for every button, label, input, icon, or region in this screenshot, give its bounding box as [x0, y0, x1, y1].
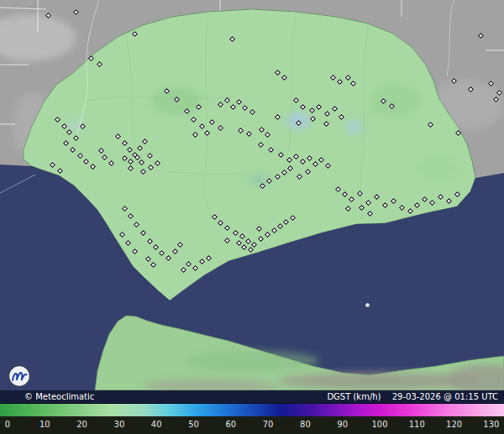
weather-map-screen: © Meteoclimatic DGST (km/h) 29-03-2026 @… — [0, 0, 504, 434]
copyright-label: © Meteoclimatic — [24, 390, 94, 403]
color-scale-ticks: 0102030405060708090100110120130 — [0, 416, 504, 434]
scale-tick-label: 70 — [263, 420, 274, 429]
scale-tick-label: 20 — [76, 420, 87, 429]
scale-tick-label: 120 — [446, 420, 462, 429]
datetime-label: 29-03-2026 @ 01:15 UTC — [392, 392, 498, 401]
scale-tick-label: 30 — [114, 420, 125, 429]
color-scale-gradient — [0, 403, 504, 416]
scale-tick-label: 0 — [5, 420, 10, 429]
meteoclimatic-logo — [8, 364, 31, 388]
scale-tick-label: 100 — [371, 420, 387, 429]
scale-tick-label: 10 — [39, 420, 50, 429]
scale-tick-label: 110 — [409, 420, 425, 429]
meteoclimatic-logo-icon — [8, 364, 31, 388]
scale-tick-label: 40 — [151, 420, 162, 429]
scale-tick-label: 50 — [188, 420, 199, 429]
variable-label: DGST (km/h) — [327, 392, 381, 401]
info-bar: © Meteoclimatic DGST (km/h) 29-03-2026 @… — [0, 390, 504, 403]
alboran-island-marker — [365, 303, 370, 307]
map-area — [0, 0, 504, 390]
map-graphic — [0, 0, 504, 390]
map-info: DGST (km/h) 29-03-2026 @ 01:15 UTC — [318, 390, 498, 403]
scale-tick-label: 60 — [225, 420, 236, 429]
scale-tick-label: 130 — [483, 420, 499, 429]
scale-tick-label: 90 — [337, 420, 348, 429]
scale-tick-label: 80 — [300, 420, 311, 429]
